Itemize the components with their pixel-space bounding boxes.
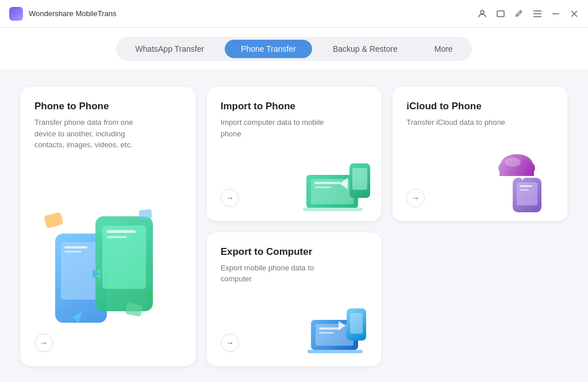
svg-rect-38 — [319, 332, 334, 334]
svg-rect-13 — [102, 226, 146, 289]
close-button[interactable] — [570, 9, 579, 18]
card-phone-to-phone[interactable]: Phone to Phone Transfer phone data from … — [21, 87, 195, 366]
svg-rect-28 — [520, 185, 532, 187]
main-content: Phone to Phone Transfer phone data from … — [0, 71, 588, 382]
svg-rect-29 — [520, 189, 529, 191]
svg-point-0 — [481, 10, 484, 14]
svg-rect-22 — [314, 186, 332, 188]
svg-rect-41 — [350, 313, 363, 334]
tab-phone[interactable]: Phone Transfer — [225, 40, 312, 58]
window-controls — [478, 9, 579, 18]
svg-point-34 — [505, 158, 521, 167]
nav-tabs: WhatsApp Transfer Phone Transfer Backup … — [116, 37, 471, 61]
card-import-to-phone[interactable]: Import to Phone Import computer data to … — [207, 87, 382, 221]
card-arrow-export[interactable]: → — [221, 334, 239, 352]
card-arrow-icloud[interactable]: → — [406, 189, 425, 207]
menu-button[interactable] — [533, 9, 542, 18]
card-title-icloud: iCloud to Phone — [406, 101, 554, 112]
window-button[interactable] — [496, 9, 505, 18]
tab-backup[interactable]: Backup & Restore — [317, 40, 414, 58]
card-desc-phone-to-phone: Transfer phone data from one device to a… — [34, 117, 138, 151]
nav-bar: WhatsApp Transfer Phone Transfer Backup … — [0, 28, 588, 71]
svg-rect-11 — [64, 251, 82, 253]
card-title-export: Export to Computer — [221, 246, 368, 258]
svg-rect-1 — [497, 11, 504, 17]
card-export-to-computer[interactable]: Export to Computer Export mobile phone d… — [207, 232, 382, 366]
svg-rect-16 — [44, 212, 64, 228]
app-title: Wondershare MobileTrans — [29, 9, 478, 18]
svg-rect-33 — [499, 167, 534, 176]
svg-rect-24 — [352, 168, 367, 190]
cards-grid: Phone to Phone Transfer phone data from … — [21, 87, 567, 366]
title-bar: Wondershare MobileTrans — [0, 0, 588, 28]
svg-rect-39 — [308, 350, 363, 353]
card-desc-import: Import computer data to mobile phone — [221, 117, 324, 139]
illustration-icloud — [481, 146, 562, 215]
card-desc-icloud: Transfer iCloud data to phone — [406, 117, 510, 128]
card-desc-export: Export mobile phone data to computer — [221, 262, 324, 285]
svg-rect-37 — [319, 327, 341, 330]
svg-rect-10 — [64, 246, 87, 249]
card-title-import: Import to Phone — [221, 101, 368, 112]
tab-more[interactable]: More — [418, 40, 469, 58]
illustration-phone-to-phone — [38, 205, 187, 331]
svg-rect-15 — [107, 236, 127, 238]
card-arrow-import[interactable]: → — [221, 189, 239, 207]
illustration-import — [295, 146, 375, 215]
svg-rect-21 — [314, 182, 340, 184]
svg-rect-25 — [303, 208, 363, 211]
edit-button[interactable] — [514, 9, 524, 18]
illustration-export — [295, 291, 375, 360]
card-title-phone-to-phone: Phone to Phone — [34, 101, 182, 112]
user-button[interactable] — [478, 9, 487, 18]
card-icloud-to-phone[interactable]: iCloud to Phone Transfer iCloud data to … — [393, 87, 567, 221]
app-icon — [9, 7, 23, 21]
tab-whatsapp[interactable]: WhatsApp Transfer — [119, 40, 220, 58]
svg-rect-14 — [107, 230, 136, 233]
svg-rect-18 — [139, 209, 152, 220]
card-arrow-phone-to-phone[interactable]: → — [34, 334, 53, 352]
minimize-button[interactable] — [551, 9, 560, 18]
